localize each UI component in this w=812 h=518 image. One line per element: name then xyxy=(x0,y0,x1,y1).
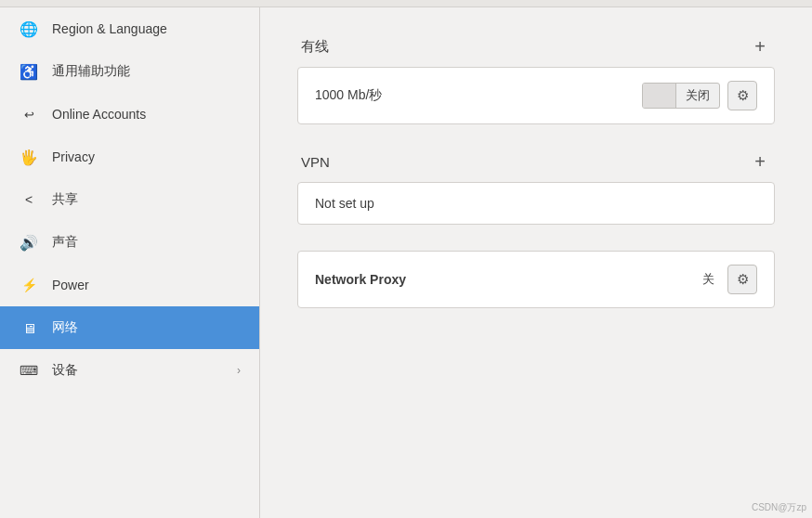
sidebar-item-label-power: Power xyxy=(52,278,89,292)
proxy-gear-icon: ⚙ xyxy=(737,271,749,288)
wired-section-header: 有线 + xyxy=(297,35,775,58)
region-language-icon: 🌐 xyxy=(19,19,39,39)
sidebar-item-network[interactable]: 🖥 网络 xyxy=(0,306,259,349)
sidebar-item-label-devices: 设备 xyxy=(52,362,78,379)
vpn-section-header: VPN + xyxy=(297,150,775,173)
accessibility-icon: ♿ xyxy=(19,61,39,82)
sidebar-item-label-privacy: Privacy xyxy=(52,149,95,164)
devices-chevron-icon: › xyxy=(237,364,241,377)
proxy-section: Network Proxy 关 ⚙ xyxy=(297,251,775,308)
wired-card-controls: 关闭 ⚙ xyxy=(642,81,757,110)
main-container: 🌐 Region & Language ♿ 通用辅助功能 ↩ Online Ac… xyxy=(0,7,812,518)
sidebar-item-region-language[interactable]: 🌐 Region & Language xyxy=(0,7,259,50)
sidebar: 🌐 Region & Language ♿ 通用辅助功能 ↩ Online Ac… xyxy=(0,7,260,518)
watermark-label: CSDN@万zp xyxy=(752,501,806,514)
vpn-section: VPN + Not set up xyxy=(297,150,775,225)
wired-add-button[interactable]: + xyxy=(749,35,771,58)
proxy-off-label: 关 xyxy=(702,271,714,288)
share-icon: < xyxy=(19,189,39,210)
wired-card: 1000 Mb/秒 关闭 ⚙ xyxy=(297,67,775,124)
sidebar-item-label-accessibility: 通用辅助功能 xyxy=(52,63,130,80)
power-icon: ⚡ xyxy=(19,275,39,295)
wired-toggle-button[interactable]: 关闭 xyxy=(642,83,720,109)
privacy-icon: 🖐 xyxy=(19,147,39,167)
proxy-card: Network Proxy 关 ⚙ xyxy=(297,251,775,308)
vpn-section-title: VPN xyxy=(301,154,330,170)
sidebar-item-label-share: 共享 xyxy=(52,191,78,208)
wired-section-title: 有线 xyxy=(301,38,329,56)
sidebar-item-label-online-accounts: Online Accounts xyxy=(52,107,146,122)
wired-speed-label: 1000 Mb/秒 xyxy=(315,87,642,104)
sidebar-item-power[interactable]: ⚡ Power xyxy=(0,264,259,306)
sound-icon: 🔊 xyxy=(19,232,39,253)
proxy-label: Network Proxy xyxy=(315,272,702,287)
sidebar-item-label-region-language: Region & Language xyxy=(52,21,167,36)
online-accounts-icon: ↩ xyxy=(19,104,39,124)
devices-icon: ⌨ xyxy=(19,360,39,381)
sidebar-item-privacy[interactable]: 🖐 Privacy xyxy=(0,136,259,178)
sidebar-item-label-sound: 声音 xyxy=(52,234,78,251)
vpn-card: Not set up xyxy=(297,182,775,225)
vpn-status-label: Not set up xyxy=(315,196,757,211)
sidebar-item-sound[interactable]: 🔊 声音 xyxy=(0,221,259,264)
sidebar-item-share[interactable]: < 共享 xyxy=(0,178,259,221)
content-area: 有线 + 1000 Mb/秒 关闭 ⚙ VPN + xyxy=(260,7,812,518)
network-icon: 🖥 xyxy=(19,317,39,338)
wired-section: 有线 + 1000 Mb/秒 关闭 ⚙ xyxy=(297,35,775,124)
proxy-card-controls: 关 ⚙ xyxy=(702,265,757,294)
sidebar-item-label-network: 网络 xyxy=(52,319,78,336)
wired-gear-icon: ⚙ xyxy=(737,87,749,104)
wired-gear-button[interactable]: ⚙ xyxy=(727,81,757,110)
wired-toggle-track xyxy=(643,84,676,108)
sidebar-item-online-accounts[interactable]: ↩ Online Accounts xyxy=(0,93,259,136)
sidebar-item-accessibility[interactable]: ♿ 通用辅助功能 xyxy=(0,50,259,93)
top-bar xyxy=(0,0,812,7)
proxy-gear-button[interactable]: ⚙ xyxy=(727,265,757,294)
sidebar-item-devices[interactable]: ⌨ 设备 › xyxy=(0,349,259,392)
wired-toggle-label[interactable]: 关闭 xyxy=(676,84,719,108)
vpn-add-button[interactable]: + xyxy=(749,150,771,173)
